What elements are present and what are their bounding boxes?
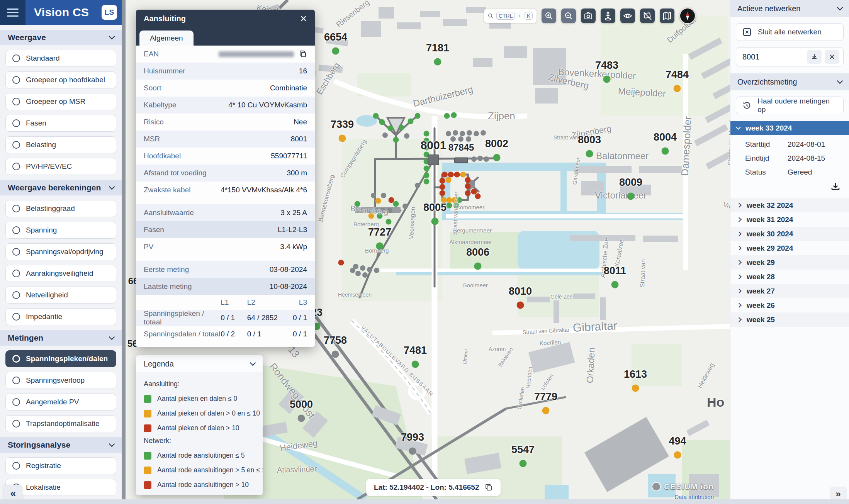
chevron-down-icon xyxy=(109,184,115,190)
shortcut-ctrl-key: CTRL xyxy=(496,12,515,20)
user-avatar-badge[interactable]: LS xyxy=(102,5,117,20)
collapse-left-sidebar-button[interactable]: « xyxy=(4,485,22,501)
legend-item: Aantal rode aansluitingen ≤ 5 xyxy=(144,451,255,460)
network-item: 8001 xyxy=(736,47,844,66)
chevron-right-icon xyxy=(737,274,742,279)
row-label: Afstand tot voeding xyxy=(144,169,207,177)
street-view-button[interactable] xyxy=(601,8,615,23)
compass-button[interactable] xyxy=(679,8,696,24)
copy-ean-icon[interactable] xyxy=(299,50,307,58)
station-dot-orange xyxy=(632,385,639,392)
radio-option-groepeer-op-hoofdkabel[interactable]: Groepeer op hoofdkabel xyxy=(5,71,116,88)
radio-icon xyxy=(12,377,20,384)
radio-option-standaard[interactable]: Standaard xyxy=(5,50,116,67)
legend-color-swatch xyxy=(144,410,151,417)
row-value: Nee xyxy=(294,118,307,126)
phase-table-header: L1L2L3 xyxy=(136,295,315,310)
radio-option-groepeer-op-msr[interactable]: Groepeer op MSR xyxy=(5,93,116,110)
overview-measurement-header[interactable]: Overzichtsmeting xyxy=(730,73,849,90)
close-icon[interactable]: ✕ xyxy=(300,15,307,23)
map-search-button[interactable]: CTRL + K xyxy=(484,9,537,23)
coordinates-text: Lat: 52.194402 - Lon: 5.416652 xyxy=(374,483,479,492)
legend-header[interactable]: Legenda xyxy=(136,355,263,372)
week-row-week-29[interactable]: week 29 xyxy=(730,255,849,270)
radio-option-spanningspieken-dalen[interactable]: Spanningspieken/dalen xyxy=(5,350,116,367)
week-label: week 32 2024 xyxy=(747,201,793,210)
coordinates-bar: Lat: 52.194402 - Lon: 5.416652 xyxy=(366,479,501,496)
tab-algemeen[interactable]: Algemeen xyxy=(139,31,194,46)
phase-row-label: Spanningsdalen / totaal xyxy=(144,330,221,338)
menu-button[interactable] xyxy=(0,0,25,25)
week-row-week-32-2024[interactable]: week 32 2024 xyxy=(730,198,849,212)
section-header-2[interactable]: Metingen xyxy=(0,330,122,346)
radio-option-registratie[interactable]: Registratie xyxy=(5,457,116,474)
week-row-week-25[interactable]: week 25 xyxy=(730,312,849,327)
section-header-1[interactable]: Weergave berekeningen xyxy=(0,180,122,195)
radio-option-aangemelde-pv[interactable]: Aangemelde PV xyxy=(5,394,116,411)
row-label: Risico xyxy=(144,118,164,126)
row-value: 559077711 xyxy=(271,152,307,160)
cable-node-marker xyxy=(454,158,468,163)
data-attribution-link[interactable]: Data attribution xyxy=(674,494,714,499)
week-row-week-27[interactable]: week 27 xyxy=(730,284,849,298)
chevron-right-icon xyxy=(737,260,742,265)
radio-option-trapstandoptimalisatie[interactable]: Trapstandoptimalisatie xyxy=(5,415,116,432)
basemap-button[interactable] xyxy=(660,8,674,23)
active-networks-header[interactable]: Actieve netwerken xyxy=(730,0,849,17)
sidebar-scroll-rail[interactable] xyxy=(122,0,126,499)
overview-measurement-title: Overzichtsmeting xyxy=(737,78,797,87)
week-row-selected[interactable]: week 33 2024 xyxy=(730,121,849,135)
section-header-0[interactable]: Weergave xyxy=(0,30,122,45)
phase-header-l3: L3 xyxy=(286,298,307,307)
radio-option-belasting[interactable]: Belasting xyxy=(5,136,116,153)
radio-option-aanrakingsveiligheid[interactable]: Aanrakingsveiligheid xyxy=(5,265,116,282)
close-all-networks-button[interactable]: Sluit alle netwerken xyxy=(736,23,844,41)
visibility-button[interactable] xyxy=(620,8,635,23)
radio-option-spanningsverloop[interactable]: Spanningsverloop xyxy=(5,372,116,389)
station-label: 5000 xyxy=(290,399,313,411)
section-header-3[interactable]: Storingsanalyse xyxy=(0,437,122,453)
phase-table-row: Spanningsdalen / totaal0 / 20 / 10 / 1 xyxy=(136,326,315,342)
panel-header: Aansluiting ✕ xyxy=(136,10,315,28)
radio-icon xyxy=(12,98,20,105)
panel-row-kabeltype: Kabeltype4* 10 Cu VOYMvKasmb xyxy=(136,97,315,114)
week-label: week 28 xyxy=(747,273,775,281)
radio-option-pv-hp-ev-ec[interactable]: PV/HP/EV/EC xyxy=(5,158,116,175)
radio-icon xyxy=(12,270,20,277)
zoom-in-button[interactable] xyxy=(542,8,556,23)
shortcut-plus: + xyxy=(518,13,521,19)
download-network-button[interactable] xyxy=(807,50,822,64)
chevron-right-icon xyxy=(737,246,742,251)
week-row-week-28[interactable]: week 28 xyxy=(730,270,849,284)
zoom-out-button[interactable] xyxy=(561,8,576,23)
legend-item-text: Aantal pieken en dalen ≤ 0 xyxy=(157,395,237,403)
week-label: week 27 xyxy=(747,287,775,295)
street-label: Heemserveen xyxy=(338,292,372,298)
panel-row-pv: PV3.4 kWp xyxy=(136,238,315,255)
radio-option-spanning[interactable]: Spanning xyxy=(5,222,116,239)
radio-option-fasen[interactable]: Fasen xyxy=(5,115,116,132)
fetch-older-measurements-button[interactable]: Haal oudere metingen op xyxy=(736,97,844,114)
phase-value: 64 / 2852 xyxy=(247,314,286,322)
week-row-week-26[interactable]: week 26 xyxy=(730,298,849,312)
row-value: Combinatie xyxy=(270,84,307,92)
radio-option-netveiligheid[interactable]: Netveiligheid xyxy=(5,287,116,304)
screenshot-button[interactable] xyxy=(581,8,596,23)
remove-network-button[interactable] xyxy=(825,50,839,64)
radio-option-spanningsval-opdrijving[interactable]: Spanningsval/opdrijving xyxy=(5,243,116,260)
radio-option-belastinggraad[interactable]: Belastinggraad xyxy=(5,200,116,217)
close-icon xyxy=(829,54,835,60)
msr-node-marker xyxy=(428,154,439,165)
radio-option-impedantie[interactable]: Impedantie xyxy=(5,308,116,325)
download-week-button[interactable] xyxy=(745,182,842,194)
copy-coordinates-icon[interactable] xyxy=(484,483,493,492)
zoom-in-icon xyxy=(545,12,553,20)
week-row-week-30-2024[interactable]: week 30 2024 xyxy=(730,227,849,241)
week-row-week-29-2024[interactable]: week 29 2024 xyxy=(730,241,849,255)
panel-row-fasen: FasenL1-L2-L3 xyxy=(136,221,315,238)
week-row-week-31-2024[interactable]: week 31 2024 xyxy=(730,212,849,227)
legend-color-swatch xyxy=(144,424,151,432)
hide-markers-button[interactable] xyxy=(640,8,655,23)
legend-group-label: Aansluiting: xyxy=(144,380,255,388)
street-label: Ho xyxy=(707,395,724,410)
